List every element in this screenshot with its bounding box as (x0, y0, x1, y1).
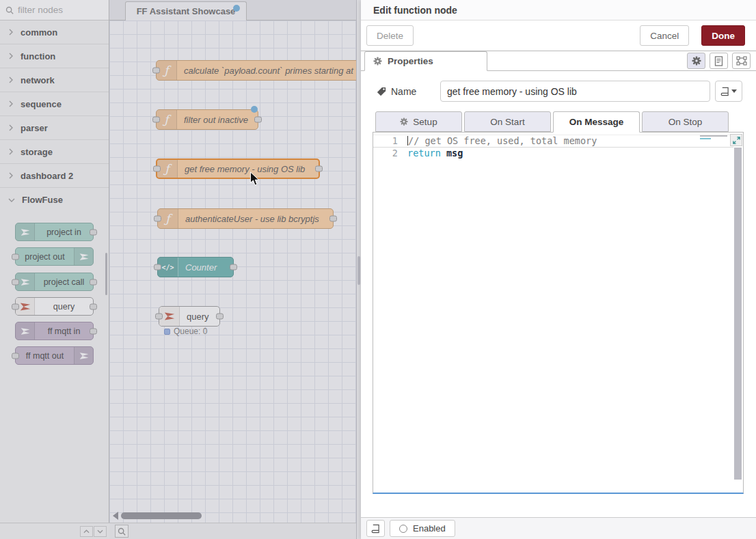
input-port[interactable] (12, 279, 19, 285)
input-port[interactable] (12, 253, 19, 260)
output-port[interactable] (315, 166, 323, 172)
input-port[interactable] (12, 353, 19, 359)
flow-changed-dot (233, 5, 240, 12)
query-node[interactable]: query (159, 306, 220, 327)
dialog-toolbar: Delete Cancel Done (361, 20, 756, 51)
input-port[interactable] (154, 264, 161, 271)
flowfuse-icon (74, 248, 93, 265)
output-port[interactable] (90, 279, 97, 285)
appearance-section-button[interactable] (732, 53, 751, 69)
output-port[interactable] (329, 216, 337, 222)
name-input[interactable] (440, 81, 710, 102)
flow-tab[interactable]: FF Assistant Showcase (125, 1, 247, 20)
delete-button[interactable]: Delete (366, 25, 414, 46)
caret-down-icon (731, 89, 737, 93)
palette-node-ff-mqtt-out[interactable]: ff mqtt out (15, 346, 94, 365)
chevron-up-icon (83, 529, 90, 534)
input-port[interactable] (153, 166, 161, 172)
expand-editor-button[interactable] (730, 134, 742, 146)
tab-properties[interactable]: Properties (364, 51, 487, 71)
palette-category-parser[interactable]: parser (0, 116, 109, 140)
properties-section-button[interactable] (687, 53, 705, 69)
palette-category-flowfuse[interactable]: FlowFuse (0, 188, 109, 212)
done-button[interactable]: Done (701, 25, 745, 46)
editor-minimap (700, 135, 731, 141)
editor-scrollbar[interactable] (734, 148, 742, 480)
palette-category-storage[interactable]: storage (0, 140, 109, 164)
chevron-right-icon (8, 124, 14, 131)
chevron-right-icon (8, 148, 14, 155)
input-port[interactable] (12, 303, 19, 309)
palette-category-network[interactable]: network (0, 68, 109, 92)
function-node-get-free-memory[interactable]: ƒ get free memory - using OS lib (156, 158, 320, 179)
status-dot (164, 329, 170, 335)
palette-category-common[interactable]: common (0, 20, 109, 44)
output-port[interactable] (230, 264, 237, 271)
library-button[interactable] (715, 81, 742, 102)
dialog-tabrow: Properties (361, 51, 756, 71)
edit-function-node-dialog: Edit function node Delete Cancel Done Pr… (361, 0, 756, 539)
chevron-right-icon (8, 53, 14, 59)
node-info-button[interactable] (366, 520, 385, 537)
enabled-toggle-button[interactable]: Enabled (390, 520, 455, 537)
function-code-editor[interactable]: 1 // get OS free, used, total memory 2 r… (373, 132, 744, 494)
book-icon (371, 524, 380, 534)
dialog-section-buttons (687, 53, 751, 69)
palette-category-sequence[interactable]: sequence (0, 92, 109, 116)
palette-category-function[interactable]: function (0, 44, 109, 68)
tab-setup[interactable]: Setup (375, 111, 462, 132)
separator-drag-handle[interactable] (357, 256, 360, 285)
palette-category-dashboard2[interactable]: dashboard 2 (0, 164, 109, 188)
output-port[interactable] (90, 303, 97, 309)
code-line-1: 1 // get OS free, used, total memory (373, 135, 733, 148)
flow-workspace: FF Assistant Showcase ƒ calculate `paylo… (109, 0, 356, 539)
sidebar-separator[interactable] (356, 0, 361, 539)
workspace-footer (109, 523, 356, 539)
function-node-authenticate-user[interactable]: ƒ authenticateUser - use lib bcryptjs (157, 208, 334, 229)
chevron-down-icon (97, 529, 103, 534)
output-port[interactable] (90, 328, 97, 334)
palette-node-ff-mqtt-in[interactable]: ff mqtt in (15, 322, 94, 340)
counter-node[interactable]: </> Counter (157, 257, 234, 277)
input-port[interactable] (155, 314, 163, 320)
palette-node-query[interactable]: query (15, 297, 94, 316)
tab-on-stop[interactable]: On Stop (642, 111, 729, 132)
input-port[interactable] (154, 216, 161, 222)
workspace-tabbar: FF Assistant Showcase (109, 0, 356, 20)
palette-node-project-call[interactable]: project call (15, 273, 94, 291)
input-port[interactable] (152, 117, 160, 123)
palette-expand-all-button[interactable] (94, 526, 107, 537)
output-port[interactable] (216, 314, 224, 320)
palette-collapse-all-button[interactable] (80, 526, 93, 537)
name-row: Name (377, 81, 744, 102)
palette-node-project-in[interactable]: project in (15, 223, 94, 241)
zoom-search-button[interactable] (115, 525, 129, 538)
chevron-right-icon (8, 100, 14, 107)
palette-scrollbar[interactable] (105, 253, 107, 295)
gear-icon (400, 118, 408, 126)
input-port[interactable] (152, 68, 160, 74)
palette-filter[interactable]: filter nodes (0, 0, 109, 20)
book-icon (720, 87, 729, 96)
function-node-filter-out-inactive[interactable]: ƒ filter out inactive (156, 109, 258, 130)
node-changed-dot (251, 106, 258, 113)
code-lines: 1 // get OS free, used, total memory 2 r… (373, 135, 733, 159)
enabled-state-icon (399, 525, 407, 533)
output-port[interactable] (254, 117, 262, 123)
code-line-2: 2 return msg (373, 148, 733, 159)
cancel-button[interactable]: Cancel (640, 25, 689, 46)
name-label: Name (377, 86, 440, 97)
hscroll-thumb[interactable] (121, 512, 202, 519)
gear-icon (373, 57, 382, 66)
tab-on-start[interactable]: On Start (464, 111, 551, 132)
output-port[interactable] (90, 229, 97, 235)
palette-node-project-out[interactable]: project out (15, 247, 94, 266)
function-tabs: Setup On Start On Message On Stop (375, 111, 744, 132)
dialog-title: Edit function node (361, 0, 756, 20)
tab-on-message[interactable]: On Message (553, 111, 640, 133)
function-node-calculate-primes[interactable]: ƒ calculate `payload.count` primes start… (156, 60, 356, 81)
hscroll-left-arrow[interactable] (113, 512, 118, 520)
chevron-right-icon (8, 77, 14, 83)
chevron-right-icon (8, 172, 14, 179)
description-section-button[interactable] (710, 53, 728, 69)
